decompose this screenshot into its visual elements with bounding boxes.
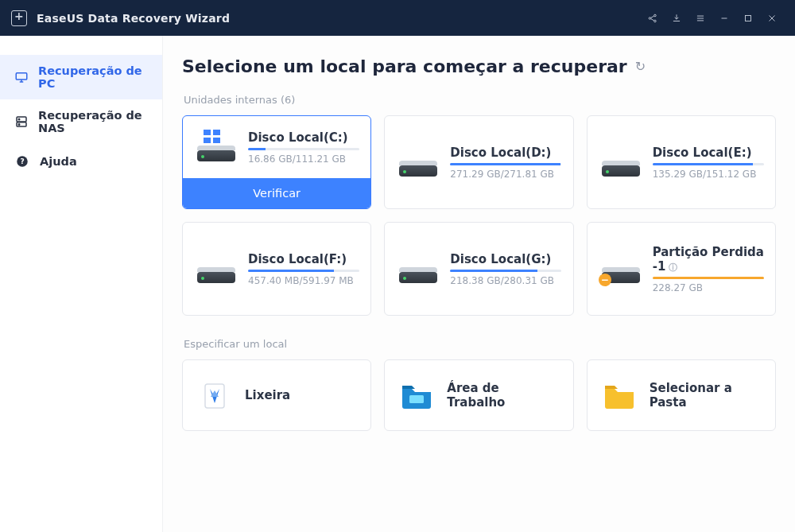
location-label: Área de Trabalho xyxy=(447,381,558,410)
locations-grid: Lixeira Área de Trabalho Selecionar a Pa… xyxy=(182,359,776,431)
drive-name: Disco Local(G:) xyxy=(450,252,561,266)
svg-point-7 xyxy=(18,118,20,120)
drive-name: Disco Local(F:) xyxy=(248,252,359,266)
drive-usage-bar xyxy=(248,270,359,272)
drive-icon xyxy=(194,130,238,165)
drive-usage-bar xyxy=(248,148,359,150)
drive-icon xyxy=(599,145,643,180)
sidebar: Recuperação de PC Recuperação de NAS ? A… xyxy=(0,36,163,532)
sidebar-item-help[interactable]: ? Ajuda xyxy=(0,144,162,179)
sidebar-item-label: Ajuda xyxy=(40,155,77,168)
menu-button[interactable] xyxy=(688,0,712,36)
drive-name: Disco Local(C:) xyxy=(248,130,359,145)
drive-card-lost-partition[interactable]: − Partição Perdida -1ⓘ 228.27 GB xyxy=(587,222,776,316)
drive-icon: − xyxy=(599,251,643,286)
maximize-button[interactable] xyxy=(736,0,760,36)
drive-name: Partição Perdida -1ⓘ xyxy=(653,245,764,274)
internal-drives-label: Unidades internas (6) xyxy=(184,94,776,106)
warning-badge-icon: − xyxy=(599,274,611,286)
drive-icon xyxy=(396,251,440,286)
download-button[interactable] xyxy=(665,0,688,36)
main-panel: Selecione um local para começar a recupe… xyxy=(163,36,795,532)
drive-card-e[interactable]: Disco Local(E:) 135.29 GB/151.12 GB xyxy=(587,115,776,209)
drive-icon xyxy=(396,145,440,180)
drives-grid: Disco Local(C:) 16.86 GB/111.21 GB Verif… xyxy=(182,115,776,316)
drive-card-d[interactable]: Disco Local(D:) 271.29 GB/271.81 GB xyxy=(384,115,573,209)
folder-icon xyxy=(602,378,637,413)
recycle-bin-icon xyxy=(197,378,232,413)
drive-card-g[interactable]: Disco Local(G:) 218.38 GB/280.31 GB xyxy=(384,222,573,316)
location-card-select-folder[interactable]: Selecionar a Pasta xyxy=(587,359,776,431)
location-label: Selecionar a Pasta xyxy=(650,381,761,410)
drive-usage-bar xyxy=(653,163,764,165)
svg-text:?: ? xyxy=(20,157,24,165)
location-label: Lixeira xyxy=(245,388,290,402)
info-icon[interactable]: ⓘ xyxy=(669,262,677,273)
specify-location-label: Especificar um local xyxy=(184,338,776,350)
nas-icon xyxy=(14,114,29,130)
app-title: EaseUS Data Recovery Wizard xyxy=(37,12,230,25)
drive-usage: 135.29 GB/151.12 GB xyxy=(653,169,764,180)
sidebar-item-nas-recovery[interactable]: Recuperação de NAS xyxy=(0,99,162,144)
drive-card-c[interactable]: Disco Local(C:) 16.86 GB/111.21 GB Verif… xyxy=(182,115,371,209)
drive-usage: 16.86 GB/111.21 GB xyxy=(248,153,359,165)
svg-point-2 xyxy=(654,20,657,22)
drive-name: Disco Local(D:) xyxy=(450,146,561,160)
svg-point-8 xyxy=(18,124,20,126)
svg-rect-12 xyxy=(409,395,424,403)
titlebar: EaseUS Data Recovery Wizard xyxy=(0,0,795,36)
help-icon: ? xyxy=(14,153,30,169)
drive-usage: 271.29 GB/271.81 GB xyxy=(450,169,561,180)
sidebar-item-pc-recovery[interactable]: Recuperação de PC xyxy=(0,55,162,99)
sidebar-item-label: Recuperação de PC xyxy=(38,64,148,90)
svg-point-0 xyxy=(649,17,651,19)
page-title: Selecione um local para começar a recupe… xyxy=(182,56,627,76)
app-logo-icon xyxy=(11,10,27,26)
location-card-desktop[interactable]: Área de Trabalho xyxy=(384,359,573,431)
share-button[interactable] xyxy=(641,0,665,36)
svg-rect-3 xyxy=(746,15,751,21)
drive-name: Disco Local(E:) xyxy=(653,146,764,160)
drive-usage: 457.40 MB/591.97 MB xyxy=(248,275,359,286)
location-card-recycle-bin[interactable]: Lixeira xyxy=(182,359,371,431)
monitor-icon xyxy=(14,69,29,85)
minimize-button[interactable] xyxy=(712,0,736,36)
drive-card-f[interactable]: Disco Local(F:) 457.40 MB/591.97 MB xyxy=(182,222,371,316)
drive-usage: 228.27 GB xyxy=(653,282,764,293)
drive-icon xyxy=(194,251,238,286)
scan-button[interactable]: Verificar xyxy=(183,178,370,208)
desktop-folder-icon xyxy=(399,378,434,413)
close-button[interactable] xyxy=(760,0,784,36)
refresh-button[interactable]: ↻ xyxy=(635,59,646,74)
drive-usage-bar xyxy=(450,163,561,165)
drive-usage: 218.38 GB/280.31 GB xyxy=(450,275,561,286)
drive-usage-bar xyxy=(653,277,764,279)
svg-point-1 xyxy=(654,14,657,17)
drive-usage-bar xyxy=(450,270,561,272)
sidebar-item-label: Recuperação de NAS xyxy=(38,109,148,134)
svg-rect-4 xyxy=(16,73,27,80)
